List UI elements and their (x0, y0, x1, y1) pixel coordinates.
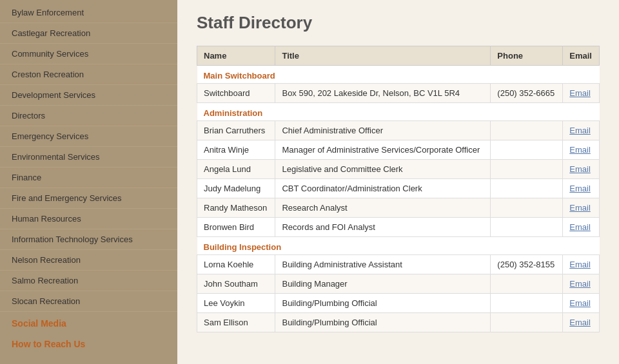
cell-title: Building Manager (275, 274, 491, 294)
cell-name: Angela Lund (197, 160, 275, 179)
cell-name: Bronwen Bird (197, 218, 275, 237)
table-row: SwitchboardBox 590, 202 Lakeside Dr, Nel… (197, 84, 600, 103)
section-title: Building Inspection (197, 237, 600, 255)
sidebar-section-social[interactable]: Social Media (0, 312, 177, 332)
table-header-phone: Phone (491, 46, 563, 66)
sidebar-item-12[interactable]: Nelson Recreation (0, 250, 177, 271)
cell-title: Manager of Administrative Services/Corpo… (275, 140, 491, 160)
table-row: Judy MadelungCBT Coordinator/Administrat… (197, 179, 600, 198)
email-link[interactable]: Email (569, 203, 591, 213)
cell-title: CBT Coordinator/Administration Clerk (275, 179, 491, 198)
table-row: John SouthamBuilding ManagerEmail (197, 274, 600, 294)
cell-email[interactable]: Email (563, 218, 600, 237)
cell-phone (491, 198, 563, 218)
cell-title: Box 590, 202 Lakeside Dr, Nelson, BC V1L… (275, 84, 491, 103)
section-header-row: Main Switchboard (197, 66, 600, 84)
cell-email[interactable]: Email (563, 121, 600, 140)
sidebar-item-1[interactable]: Castlegar Recreation (0, 23, 177, 44)
sidebar-item-3[interactable]: Creston Recreation (0, 64, 177, 85)
cell-email[interactable]: Email (563, 160, 600, 179)
cell-title: Building/Plumbing Official (275, 313, 491, 332)
cell-title: Research Analyst (275, 198, 491, 218)
cell-name: Randy Matheson (197, 198, 275, 218)
cell-email[interactable]: Email (563, 313, 600, 332)
cell-name: Lorna Koehle (197, 255, 275, 274)
cell-phone (491, 179, 563, 198)
cell-phone: (250) 352-8155 (491, 255, 563, 274)
cell-name: Brian Carruthers (197, 121, 275, 140)
sidebar-item-0[interactable]: Bylaw Enforcement (0, 3, 177, 23)
email-link[interactable]: Email (569, 318, 591, 327)
cell-email[interactable]: Email (563, 274, 600, 294)
email-link[interactable]: Email (569, 222, 591, 232)
sidebar-item-5[interactable]: Directors (0, 106, 177, 126)
cell-title: Building/Plumbing Official (275, 294, 491, 313)
cell-name: John Southam (197, 274, 275, 294)
section-title: Administration (197, 103, 600, 121)
staff-table: NameTitlePhoneEmail Main SwitchboardSwit… (197, 46, 600, 332)
sidebar-item-10[interactable]: Human Resources (0, 209, 177, 229)
section-title: Main Switchboard (197, 66, 600, 84)
sidebar-item-7[interactable]: Environmental Services (0, 147, 177, 168)
cell-title: Chief Administrative Officer (275, 121, 491, 140)
cell-email[interactable]: Email (563, 84, 600, 103)
table-row: Bronwen BirdRecords and FOI AnalystEmail (197, 218, 600, 237)
table-row: Anitra WinjeManager of Administrative Se… (197, 140, 600, 160)
cell-email[interactable]: Email (563, 198, 600, 218)
cell-email[interactable]: Email (563, 294, 600, 313)
cell-phone (491, 121, 563, 140)
sidebar-item-6[interactable]: Emergency Services (0, 126, 177, 147)
sidebar-item-4[interactable]: Development Services (0, 85, 177, 106)
cell-phone (491, 140, 563, 160)
cell-email[interactable]: Email (563, 255, 600, 274)
cell-phone (491, 294, 563, 313)
cell-email[interactable]: Email (563, 140, 600, 160)
sidebar-section-reach[interactable]: How to Reach Us (0, 332, 177, 353)
table-row: Randy MathesonResearch AnalystEmail (197, 198, 600, 218)
cell-phone (491, 160, 563, 179)
sidebar-item-14[interactable]: Slocan Recreation (0, 291, 177, 312)
cell-name: Switchboard (197, 84, 275, 103)
cell-phone (491, 313, 563, 332)
main-content: Staff Directory NameTitlePhoneEmail Main… (177, 0, 619, 364)
email-link[interactable]: Email (569, 164, 591, 174)
table-header-title: Title (275, 46, 491, 66)
sidebar-item-13[interactable]: Salmo Recreation (0, 271, 177, 291)
table-row: Sam EllisonBuilding/Plumbing OfficialEma… (197, 313, 600, 332)
page-title: Staff Directory (197, 13, 600, 33)
cell-phone (491, 218, 563, 237)
sidebar-item-11[interactable]: Information Technology Services (0, 229, 177, 250)
cell-title: Legislative and Committee Clerk (275, 160, 491, 179)
cell-name: Lee Voykin (197, 294, 275, 313)
table-row: Lee VoykinBuilding/Plumbing OfficialEmai… (197, 294, 600, 313)
table-header-name: Name (197, 46, 275, 66)
cell-title: Building Administrative Assistant (275, 255, 491, 274)
cell-phone (491, 274, 563, 294)
section-header-row: Building Inspection (197, 237, 600, 255)
sidebar-item-8[interactable]: Finance (0, 168, 177, 188)
cell-title: Records and FOI Analyst (275, 218, 491, 237)
email-link[interactable]: Email (569, 126, 591, 135)
cell-email[interactable]: Email (563, 179, 600, 198)
cell-name: Anitra Winje (197, 140, 275, 160)
cell-name: Judy Madelung (197, 179, 275, 198)
email-link[interactable]: Email (569, 298, 591, 308)
table-row: Lorna KoehleBuilding Administrative Assi… (197, 255, 600, 274)
sidebar-item-2[interactable]: Community Services (0, 44, 177, 64)
cell-phone: (250) 352-6665 (491, 84, 563, 103)
email-link[interactable]: Email (569, 279, 591, 289)
section-header-row: Administration (197, 103, 600, 121)
email-link[interactable]: Email (569, 88, 591, 98)
email-link[interactable]: Email (569, 145, 591, 155)
cell-name: Sam Ellison (197, 313, 275, 332)
sidebar-item-9[interactable]: Fire and Emergency Services (0, 188, 177, 209)
table-row: Angela LundLegislative and Committee Cle… (197, 160, 600, 179)
sidebar: Bylaw EnforcementCastlegar RecreationCom… (0, 0, 177, 364)
email-link[interactable]: Email (569, 184, 591, 193)
table-header-email: Email (563, 46, 600, 66)
email-link[interactable]: Email (569, 260, 591, 269)
table-row: Brian CarruthersChief Administrative Off… (197, 121, 600, 140)
